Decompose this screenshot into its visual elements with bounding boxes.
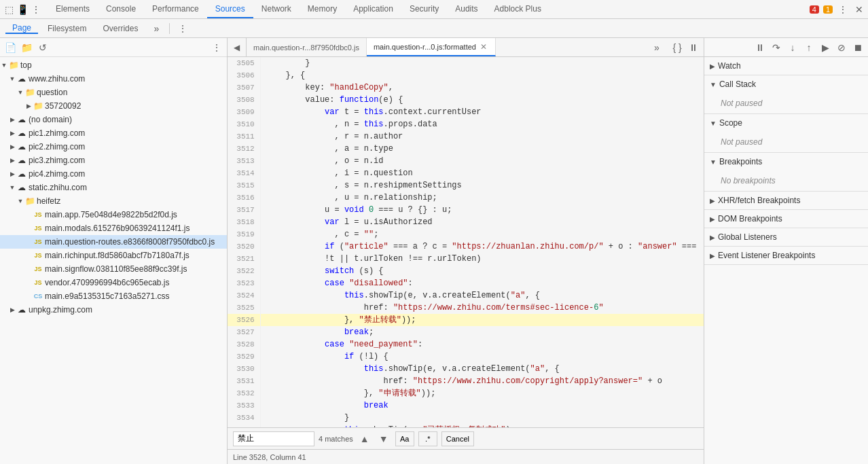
step-out-btn[interactable]: ↑	[801, 40, 816, 55]
more-tabs-icon[interactable]: »	[649, 40, 664, 55]
tree-item-label: main.app.75e048d4e9822b5d2f0d.js	[45, 210, 177, 219]
section-arrow-icon: ▶	[710, 234, 715, 241]
mobile-icon[interactable]: 📱	[16, 3, 29, 16]
tree-item-file1[interactable]: JSmain.app.75e048d4e9822b5d2f0d.js	[0, 208, 227, 221]
section-header-global[interactable]: ▶Global Listeners	[704, 228, 868, 246]
code-line: 3527 break;	[228, 326, 704, 338]
section-header-scope[interactable]: ▼Scope	[704, 114, 868, 132]
tab-sources[interactable]: Sources	[207, 0, 253, 18]
section-arrow-icon: ▶	[710, 252, 715, 260]
tab-adblock[interactable]: Adblock Plus	[486, 0, 549, 18]
not-paused-text: Not paused	[710, 96, 863, 111]
file-tabs-right: »	[647, 40, 667, 55]
line-code: , c = "";	[260, 228, 704, 240]
tab-application[interactable]: Application	[345, 0, 401, 18]
tab-page[interactable]: Page	[5, 23, 38, 34]
add-folder-icon[interactable]: ⋮	[175, 21, 190, 36]
tree-item-pic4[interactable]: ▶☁pic4.zhimg.com	[0, 167, 227, 181]
pause-icon[interactable]: ⏸	[686, 40, 701, 55]
tree-item-top[interactable]: ▼📁top	[0, 58, 227, 72]
tree-item-nodomain[interactable]: ▶☁(no domain)	[0, 113, 227, 126]
line-number: 3528	[228, 338, 260, 351]
search-next-icon[interactable]: ▼	[376, 431, 391, 446]
prev-file-icon[interactable]: ◀	[228, 38, 247, 57]
new-file-icon[interactable]: 📄	[3, 40, 18, 55]
step-into-btn[interactable]: ↓	[785, 40, 800, 55]
close-icon[interactable]: ✕	[853, 3, 865, 16]
main-tabs: ElementsConsolePerformanceSourcesNetwork…	[48, 0, 549, 18]
format-icon[interactable]: { }	[670, 40, 685, 55]
search-input[interactable]	[233, 431, 314, 446]
code-content[interactable]: 3505 }3506 }, {3507 key: "handleCopy",35…	[228, 57, 704, 427]
match-count: 4 matches	[319, 435, 353, 443]
tab-memory[interactable]: Memory	[300, 0, 345, 18]
tree-item-file4[interactable]: JSmain.richinput.f8d5860abcf7b7180a7f.js	[0, 249, 227, 262]
refresh-icon[interactable]: ↺	[35, 40, 50, 55]
code-line: 3516 , u = n.relationship;	[228, 192, 704, 204]
file-tab-1[interactable]: main.question-r...8f7950fdbc0.js	[247, 38, 367, 56]
match-case-toggle[interactable]: Aa	[395, 431, 414, 446]
line-code: , s = n.reshipmentSettings	[260, 179, 704, 192]
more-icon[interactable]: ⋮	[837, 3, 849, 16]
code-line: 3507 key: "handleCopy",	[228, 82, 704, 94]
dock-icon[interactable]: ⋮	[30, 3, 42, 16]
tree-item-35720092[interactable]: ▶📁35720092	[0, 99, 227, 113]
regex-toggle[interactable]: .*	[418, 431, 437, 446]
tab-performance[interactable]: Performance	[144, 0, 207, 18]
code-line: 3519 , c = "";	[228, 228, 704, 240]
line-code: }	[260, 412, 704, 424]
tree-item-pic1[interactable]: ▶☁pic1.zhimg.com	[0, 126, 227, 140]
tree-item-label: pic1.zhimg.com	[29, 128, 85, 138]
tab-network[interactable]: Network	[253, 0, 300, 18]
tree-item-file6[interactable]: JSvendor.4709996994b6c965ecab.js	[0, 276, 227, 289]
close-tab-icon[interactable]: ✕	[479, 42, 488, 52]
folder-icon: 📁	[24, 88, 35, 97]
section-header-event[interactable]: ▶Event Listener Breakpoints	[704, 247, 868, 264]
section-header-dom[interactable]: ▶DOM Breakpoints	[704, 210, 868, 228]
tab-console[interactable]: Console	[98, 0, 144, 18]
tab-overrides[interactable]: Overrides	[96, 24, 145, 33]
tree-item-unpkg[interactable]: ▶☁unpkg.zhimg.com	[0, 303, 227, 317]
cancel-search-button[interactable]: Cancel	[441, 431, 474, 446]
line-number: 3522	[228, 265, 260, 277]
line-number: 3518	[228, 216, 260, 228]
cloud-icon: ☁	[16, 74, 27, 84]
continue-btn[interactable]: ▶	[818, 40, 833, 55]
tree-item-pic3[interactable]: ▶☁pic3.zhimg.com	[0, 154, 227, 167]
tab-filesystem[interactable]: Filesystem	[41, 24, 93, 33]
pause-resume-btn[interactable]: ⏸	[753, 40, 767, 55]
line-code: value: function(e) {	[260, 94, 704, 106]
pause-exceptions-btn[interactable]: ⏹	[850, 40, 865, 55]
tree-item-file2[interactable]: JSmain.modals.615276b90639241124f1.js	[0, 221, 227, 235]
tree-item-file5[interactable]: JSmain.signflow.038110f85ee88f9cc39f.js	[0, 262, 227, 276]
status-bar: Line 3528, Column 41	[228, 449, 704, 464]
tree-item-label: main.question-routes.e8366f8008f7950fdbc…	[45, 237, 215, 247]
section-header-breakpoints[interactable]: ▼Breakpoints	[704, 153, 868, 171]
tree-item-question[interactable]: ▼📁question	[0, 86, 227, 99]
search-prev-icon[interactable]: ▲	[357, 431, 372, 446]
code-toolbar: { } ⏸	[667, 40, 704, 55]
more-options-icon[interactable]: ⋮	[209, 40, 224, 55]
expand-arrow-icon: ▼	[0, 62, 8, 69]
tree-item-heifetz[interactable]: ▼📁heifetz	[0, 194, 227, 208]
tree-item-file3[interactable]: JSmain.question-routes.e8366f8008f7950fd…	[0, 235, 227, 249]
section-header-call-stack[interactable]: ▼Call Stack	[704, 75, 868, 93]
tree-item-pic2[interactable]: ▶☁pic2.zhimg.com	[0, 140, 227, 154]
tab-audits[interactable]: Audits	[447, 0, 486, 18]
line-code: href: "https://www.zhihu.com/copyright/a…	[260, 375, 704, 387]
section-header-xhr[interactable]: ▶XHR/fetch Breakpoints	[704, 192, 868, 209]
step-over-btn[interactable]: ↷	[769, 40, 784, 55]
more-panels-icon[interactable]: »	[149, 21, 164, 36]
expand-arrow-icon: ▶	[8, 157, 16, 164]
new-folder-icon[interactable]: 📁	[19, 40, 34, 55]
tree-item-label: pic4.zhimg.com	[29, 169, 85, 179]
inspect-icon[interactable]: ⬚	[3, 3, 15, 16]
section-header-watch[interactable]: ▶Watch	[704, 57, 868, 75]
tree-item-static[interactable]: ▼☁static.zhihu.com	[0, 181, 227, 194]
tab-elements[interactable]: Elements	[48, 0, 98, 18]
tree-item-file7[interactable]: CSmain.e9a5135315c7163a5271.css	[0, 289, 227, 303]
tab-security[interactable]: Security	[401, 0, 447, 18]
tree-item-zhihu[interactable]: ▼☁www.zhihu.com	[0, 72, 227, 86]
deactivate-btn[interactable]: ⊘	[834, 40, 849, 55]
file-tab-2[interactable]: main.question-r...0.js:formatted ✕	[367, 38, 496, 56]
